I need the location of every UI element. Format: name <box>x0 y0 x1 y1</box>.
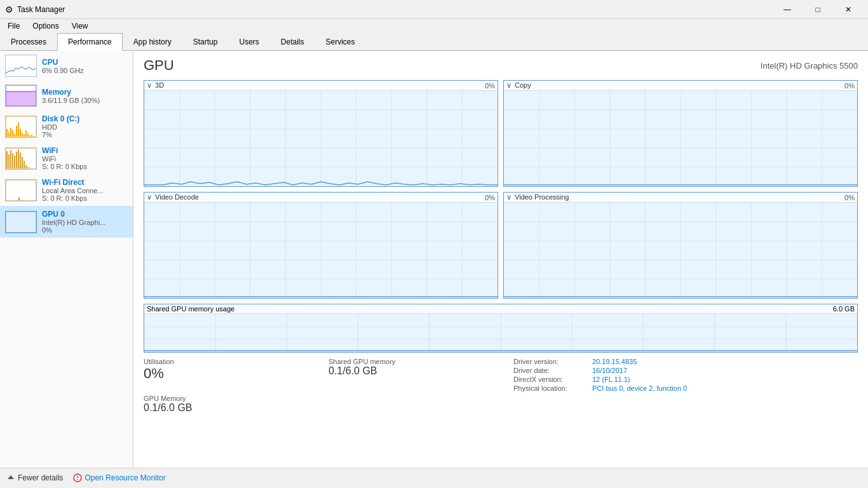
disk-mini-chart <box>6 116 36 137</box>
charts-row-1: ∨ 3D 0% <box>144 80 858 187</box>
main-area: CPU 6% 0.90 GHz Memory 3.6/11.9 GB (30%) <box>0 51 868 468</box>
disk-thumb <box>5 116 37 138</box>
minimize-button[interactable]: — <box>773 0 802 19</box>
maximize-button[interactable]: □ <box>803 0 832 19</box>
svg-rect-8 <box>16 126 17 137</box>
wifidirect-name: Wi-Fi Direct <box>42 178 128 187</box>
open-resource-monitor-button[interactable]: Open Resource Monitor <box>73 473 165 482</box>
memory-chart-labelrow: Shared GPU memory usage 6.0 GB <box>144 304 857 314</box>
wifi-info: WiFi WiFi S: 0 R: 0 Kbps <box>42 146 128 170</box>
chart-3d-labelrow: ∨ 3D 0% <box>144 81 498 91</box>
close-button[interactable]: ✕ <box>834 0 863 19</box>
chart-3d-grid <box>144 91 498 186</box>
svg-rect-26 <box>20 152 21 168</box>
svg-rect-31 <box>29 168 31 168</box>
cpu-info: CPU 6% 0.90 GHz <box>42 58 128 74</box>
chart-vd-pct: 0% <box>485 194 495 201</box>
fewer-details-button[interactable]: Fewer details <box>6 473 63 482</box>
svg-rect-21 <box>10 150 11 168</box>
svg-rect-14 <box>27 133 29 137</box>
chart-copy-inner <box>504 91 857 186</box>
sidebar-item-gpu0[interactable]: GPU 0 Intel(R) HD Graphi... 0% <box>0 206 133 238</box>
svg-rect-3 <box>6 129 8 137</box>
menu-file[interactable]: File <box>3 20 25 32</box>
svg-rect-34 <box>6 180 36 201</box>
svg-rect-13 <box>25 130 27 137</box>
svg-rect-0 <box>6 92 36 106</box>
wifi-thumb <box>5 147 37 170</box>
chart-vp-pct: 0% <box>844 194 855 201</box>
memory-chart-inner <box>144 314 857 352</box>
svg-rect-19 <box>6 151 8 168</box>
directx-value: 12 (FL 11.1) <box>592 376 630 383</box>
tab-users[interactable]: Users <box>228 33 269 51</box>
sidebar-item-wifi[interactable]: WiFi WiFi S: 0 R: 0 Kbps <box>0 142 133 174</box>
svg-rect-27 <box>22 157 23 168</box>
memory-thumb <box>5 85 37 107</box>
stats-row: Utilisation 0% Shared GPU memory 0.1/6.0… <box>144 358 858 392</box>
chevron-up-icon <box>6 473 15 482</box>
tab-startup[interactable]: Startup <box>182 33 229 51</box>
gpu0-name: GPU 0 <box>42 210 128 219</box>
svg-rect-30 <box>27 167 29 168</box>
tab-app-history[interactable]: App history <box>123 33 182 51</box>
chart-videoprocessing: ∨ Video Processing 0% <box>503 192 858 299</box>
wifi-type: WiFi <box>42 155 128 163</box>
svg-rect-5 <box>10 128 11 137</box>
sidebar-item-disk[interactable]: Disk 0 (C:) HDD 7% <box>0 111 133 142</box>
tab-details[interactable]: Details <box>270 33 315 51</box>
gpu0-sub: Intel(R) HD Graphi... <box>42 219 128 226</box>
driver-version-row: Driver version: 20.19.15.4835 <box>513 358 858 365</box>
gpu0-usage: 0% <box>42 226 128 234</box>
sidebar-item-cpu[interactable]: CPU 6% 0.90 GHz <box>0 51 133 81</box>
svg-rect-9 <box>18 123 19 137</box>
directx-label: DirectX version: <box>513 376 590 383</box>
menubar: File Options View <box>0 19 868 33</box>
svg-rect-17 <box>33 136 34 137</box>
wifi-mini-chart <box>6 148 36 169</box>
menu-options[interactable]: Options <box>27 20 64 32</box>
svg-rect-28 <box>24 161 25 168</box>
memory-name: Memory <box>42 88 128 97</box>
chart-copy-labelrow: ∨ Copy 0% <box>504 81 857 91</box>
gpu-header: GPU Intel(R) HD Graphics 5500 <box>144 57 858 74</box>
app-icon: ⚙ <box>5 4 13 15</box>
svg-marker-100 <box>8 475 14 479</box>
svg-rect-24 <box>16 152 17 168</box>
sidebar-item-wifidirect[interactable]: Wi-Fi Direct Local Area Conne... S: 0 R:… <box>0 174 133 206</box>
tab-performance[interactable]: Performance <box>57 33 123 51</box>
chart-vp-labelrow: ∨ Video Processing 0% <box>504 193 857 203</box>
open-resource-monitor-label: Open Resource Monitor <box>85 473 165 482</box>
stat-shared-gpu: Shared GPU memory 0.1/6.0 GB <box>329 358 501 392</box>
chart-vd-label: ∨ Video Decode <box>147 193 199 201</box>
charts-row-2: ∨ Video Decode 0% <box>144 192 858 299</box>
svg-rect-36 <box>6 212 36 233</box>
tab-processes[interactable]: Processes <box>0 33 57 51</box>
disk-info: Disk 0 (C:) HDD 7% <box>42 114 128 139</box>
svg-rect-25 <box>18 149 19 168</box>
titlebar-left: ⚙ Task Manager <box>5 4 65 15</box>
memory-usage: 3.6/11.9 GB (30%) <box>42 97 128 104</box>
tab-services[interactable]: Services <box>315 33 366 51</box>
stat-details: Driver version: 20.19.15.4835 Driver dat… <box>513 358 858 392</box>
sidebar-item-memory[interactable]: Memory 3.6/11.9 GB (30%) <box>0 81 133 111</box>
chart-vp-inner <box>504 203 857 298</box>
bottombar: Fewer details Open Resource Monitor <box>0 468 868 487</box>
svg-rect-12 <box>24 134 25 137</box>
app-title: Task Manager <box>17 5 65 14</box>
titlebar-controls: — □ ✕ <box>773 0 863 19</box>
menu-view[interactable]: View <box>67 20 93 32</box>
driver-date-value: 16/10/2017 <box>592 367 627 374</box>
driver-date-label: Driver date: <box>513 367 590 374</box>
svg-rect-22 <box>12 153 13 168</box>
wifi-usage: S: 0 R: 0 Kbps <box>42 163 128 170</box>
chart-copy-pct: 0% <box>844 82 855 90</box>
memory-chart-svg <box>144 314 857 352</box>
chart-copy-grid <box>504 91 857 186</box>
memory-mini-chart <box>6 85 36 106</box>
svg-rect-10 <box>20 129 21 137</box>
fewer-details-label: Fewer details <box>18 473 63 482</box>
svg-rect-6 <box>12 130 13 137</box>
chart-3d-label: ∨ 3D <box>147 81 164 90</box>
chart-copy-label: ∨ Copy <box>506 81 531 90</box>
